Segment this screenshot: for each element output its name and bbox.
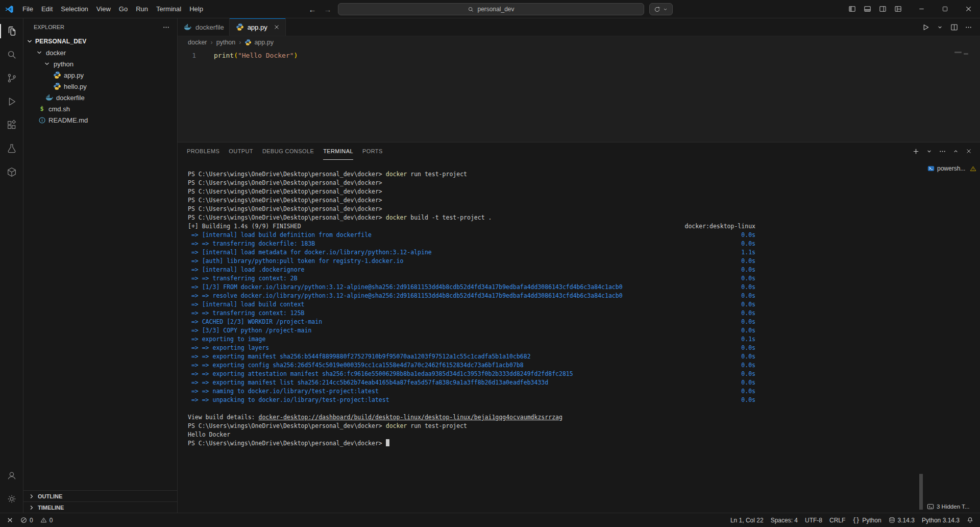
- code-token: (: [234, 52, 238, 59]
- forward-icon[interactable]: →: [323, 5, 333, 14]
- breadcrumb-item-python[interactable]: python: [216, 39, 236, 46]
- close-panel-button[interactable]: [963, 145, 975, 157]
- activity-accounts-icon[interactable]: [0, 464, 23, 487]
- activity-extensions-icon[interactable]: [0, 113, 23, 137]
- split-editor-button[interactable]: [947, 20, 961, 34]
- activity-search-icon[interactable]: [0, 43, 23, 66]
- run-options-dropdown[interactable]: [933, 20, 946, 34]
- tree-item-hello-py[interactable]: hello.py: [23, 81, 177, 92]
- hidden-terminals-badge[interactable]: 3 Hidden T...: [925, 502, 978, 511]
- menu-help[interactable]: Help: [185, 4, 207, 14]
- tree-item-app-py[interactable]: app.py: [23, 69, 177, 81]
- file-tree: dockerpythonapp.pyhello.pydockerfile$cmd…: [23, 47, 177, 126]
- panel-tab-ports[interactable]: PORTS: [362, 142, 383, 160]
- terminal-duration: 0.0s: [741, 318, 755, 326]
- panel-tab-problems[interactable]: PROBLEMS: [187, 142, 219, 160]
- tree-item-python[interactable]: python: [23, 58, 177, 69]
- vscode-window: FileEditSelectionViewGoRunTerminalHelp ←…: [0, 0, 980, 527]
- breadcrumb-item-docker[interactable]: docker: [188, 39, 207, 46]
- tree-item-docker[interactable]: docker: [23, 47, 177, 58]
- editor-more-actions-button[interactable]: [962, 20, 975, 34]
- chevron-down-icon: [663, 7, 668, 12]
- terminal-tab-label: powersh...: [937, 165, 965, 172]
- terminal-text: run test-project: [407, 422, 467, 429]
- activity-containers-icon[interactable]: [0, 160, 23, 184]
- indentation-status[interactable]: Spaces: 4: [767, 513, 801, 527]
- terminal-tab-powershell[interactable]: powersh...: [925, 162, 978, 175]
- remote-indicator[interactable]: [3, 513, 17, 527]
- terminal-content[interactable]: PS C:\Users\wings\OneDrive\Desktop\perso…: [178, 160, 924, 513]
- section-timeline[interactable]: TIMELINE: [23, 501, 177, 513]
- toggle-primary-sidebar-button[interactable]: [844, 0, 860, 18]
- panel-tab-debug-console[interactable]: DEBUG CONSOLE: [262, 142, 314, 160]
- notifications-bell[interactable]: [963, 513, 977, 527]
- terminal-line: => [internal] load metadata for docker.i…: [188, 248, 755, 257]
- maximize-panel-button[interactable]: [949, 145, 962, 157]
- eol-status[interactable]: CRLF: [826, 513, 849, 527]
- terminal-line: => exporting to image0.1s: [188, 335, 755, 344]
- menu-terminal[interactable]: Terminal: [152, 4, 185, 14]
- terminal-text: [382, 422, 386, 429]
- maximize-button[interactable]: [933, 0, 957, 18]
- panel-tabs: PROBLEMSOUTPUTDEBUG CONSOLETERMINALPORTS: [187, 142, 392, 160]
- activity-settings-icon[interactable]: [0, 487, 23, 511]
- warnings-status[interactable]: 0: [37, 513, 57, 527]
- activity-explorer-icon[interactable]: [0, 19, 23, 43]
- terminal-text: => => naming to docker.io/library/test-p…: [188, 388, 379, 395]
- tree-root-personal-dev[interactable]: PERSONAL_DEV: [23, 36, 177, 47]
- minimap-mark: [954, 52, 962, 53]
- terminal-scrollbar[interactable]: [919, 474, 923, 510]
- language-mode-status[interactable]: {}Python: [849, 513, 885, 527]
- titlebar-extra-control[interactable]: [649, 3, 673, 15]
- close-window-button[interactable]: [957, 0, 980, 18]
- tree-item-cmd-sh[interactable]: $cmd.sh: [23, 103, 177, 114]
- titlebar-right: [844, 0, 980, 18]
- panel-tab-terminal[interactable]: TERMINAL: [323, 142, 353, 160]
- panel-more-actions-button[interactable]: [936, 145, 948, 157]
- activity-testing-icon[interactable]: [0, 137, 23, 160]
- minimize-button[interactable]: [910, 0, 933, 18]
- terminal-text: docker: [386, 214, 407, 221]
- sidebar-empty-space: [23, 126, 177, 490]
- menu-selection[interactable]: Selection: [57, 4, 92, 14]
- tree-item-readme-md[interactable]: README.md: [23, 114, 177, 126]
- tab-dockerfile[interactable]: dockerfile: [178, 18, 230, 36]
- close-icon[interactable]: [273, 23, 280, 31]
- errors-status[interactable]: 0: [17, 513, 37, 527]
- section-outline[interactable]: OUTLINE: [23, 490, 177, 501]
- terminal-text: [382, 214, 386, 221]
- python-env-status[interactable]: 3.14.3: [885, 513, 918, 527]
- back-icon[interactable]: ←: [307, 5, 317, 14]
- activity-source-control-icon[interactable]: [0, 66, 23, 90]
- tree-item-dockerfile[interactable]: dockerfile: [23, 92, 177, 103]
- terminal-prompt: PS C:\Users\wings\OneDrive\Desktop\perso…: [188, 188, 382, 195]
- menu-file[interactable]: File: [18, 4, 37, 14]
- explorer-more-actions-icon[interactable]: [162, 23, 170, 31]
- encoding-status[interactable]: UTF-8: [801, 513, 826, 527]
- menu-go[interactable]: Go: [115, 4, 132, 14]
- run-python-file-button[interactable]: [919, 20, 932, 34]
- terminal-duration: 0.0s: [741, 266, 755, 274]
- terminal-link[interactable]: docker-desktop://dashboard/build/desktop…: [258, 414, 562, 421]
- cursor-position-status[interactable]: Ln 1, Col 22: [727, 513, 767, 527]
- panel-tab-output[interactable]: OUTPUT: [229, 142, 253, 160]
- breadcrumb-item-app-py[interactable]: app.py: [244, 39, 274, 46]
- new-terminal-button[interactable]: [910, 145, 922, 157]
- toggle-secondary-sidebar-button[interactable]: [875, 0, 890, 18]
- code-editor[interactable]: 1 print("Hello Docker"): [178, 49, 980, 142]
- menu-edit[interactable]: Edit: [37, 4, 57, 14]
- tab-app-py[interactable]: app.py: [230, 18, 286, 36]
- minimap[interactable]: [951, 49, 980, 142]
- terminal-line: PS C:\Users\wings\OneDrive\Desktop\perso…: [188, 439, 924, 448]
- customize-layout-button[interactable]: [890, 0, 905, 18]
- warning-icon: [40, 517, 47, 523]
- activity-run-and-debug-icon[interactable]: [0, 90, 23, 113]
- terminal-line: => => exporting attestation manifest sha…: [188, 370, 755, 378]
- terminal-profile-dropdown[interactable]: [923, 145, 935, 157]
- menu-run[interactable]: Run: [132, 4, 152, 14]
- menu-view[interactable]: View: [92, 4, 115, 14]
- python-interpreter-status[interactable]: Python 3.14.3: [918, 513, 963, 527]
- minimap-mark: [964, 53, 968, 55]
- search-input[interactable]: personal_dev: [338, 3, 644, 15]
- toggle-panel-button[interactable]: [860, 0, 875, 18]
